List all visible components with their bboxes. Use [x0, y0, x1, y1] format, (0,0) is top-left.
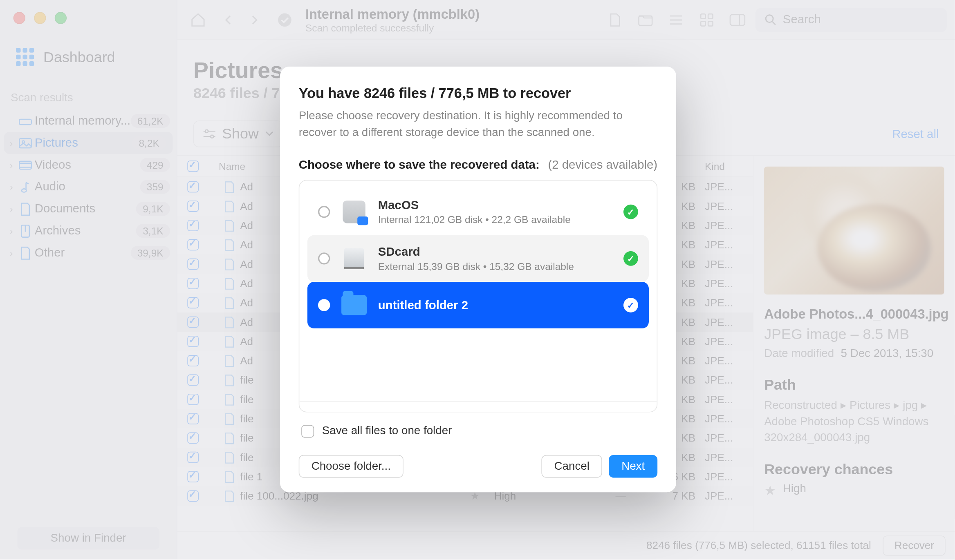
- checkmark-icon: ✓: [623, 298, 638, 313]
- radio-checked-icon: [318, 299, 330, 311]
- destination-untitled-folder[interactable]: untitled folder 2 ✓: [307, 282, 649, 328]
- modal-devices-count: (2 devices available): [548, 158, 658, 172]
- destination-macos[interactable]: MacOS Internal 121,02 GB disk • 22,2 GB …: [307, 189, 649, 235]
- save-one-folder-checkbox[interactable]: [301, 425, 314, 437]
- destination-list: MacOS Internal 121,02 GB disk • 22,2 GB …: [299, 180, 657, 413]
- choose-folder-button[interactable]: Choose folder...: [299, 455, 404, 477]
- checkmark-icon: ✓: [623, 251, 638, 266]
- radio-unchecked-icon: [318, 253, 330, 265]
- cancel-button[interactable]: Cancel: [542, 455, 602, 477]
- destination-sdcard[interactable]: SDcard External 15,39 GB disk • 15,32 GB…: [307, 235, 649, 282]
- checkmark-icon: ✓: [623, 205, 638, 219]
- modal-description: Please choose recovery destination. It i…: [299, 108, 657, 141]
- save-one-folder-label: Save all files to one folder: [322, 424, 452, 438]
- modal-choose-label: Choose where to save the recovered data:: [299, 158, 540, 172]
- radio-unchecked-icon: [318, 206, 330, 218]
- folder-icon: [341, 295, 367, 315]
- modal-heading: You have 8246 files / 776,5 MB to recove…: [299, 85, 657, 101]
- internal-disk-icon: [343, 201, 365, 223]
- recovery-destination-dialog: You have 8246 files / 776,5 MB to recove…: [280, 67, 676, 492]
- external-disk-icon: [344, 248, 364, 269]
- next-button[interactable]: Next: [609, 455, 657, 477]
